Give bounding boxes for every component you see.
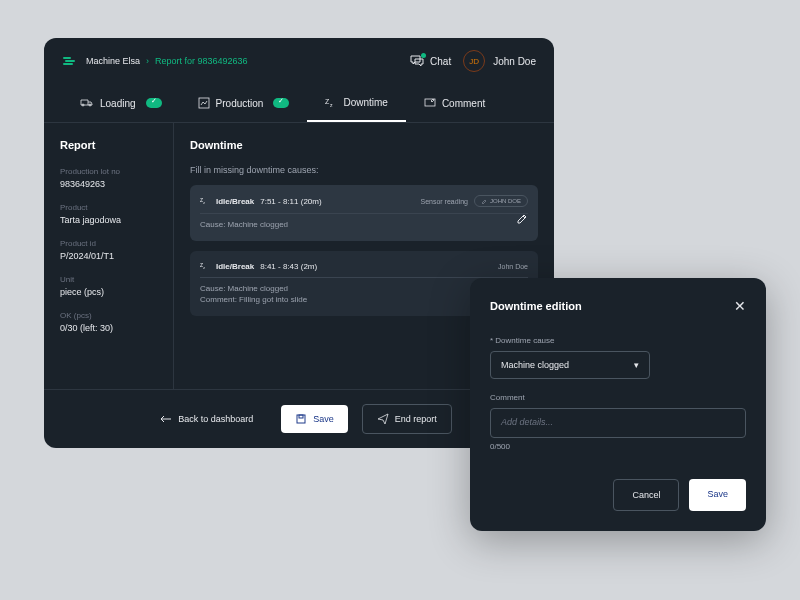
cause-label: * Downtime cause: [490, 336, 746, 345]
header-left: Machine Elsa › Report for 9836492636: [62, 54, 248, 68]
cause-select[interactable]: Machine clogged ▾: [490, 351, 650, 379]
card-header: Zz Idle/Break 7:51 - 8:11 (20m) Sensor r…: [200, 195, 528, 214]
chevron-down-icon: ▾: [634, 360, 639, 370]
card-user: John Doe: [498, 263, 528, 270]
sleep-icon: Zz: [200, 196, 210, 206]
downtime-card[interactable]: Zz Idle/Break 7:51 - 8:11 (20m) Sensor r…: [190, 185, 538, 241]
close-icon[interactable]: ✕: [734, 298, 746, 314]
user-button[interactable]: JD John Doe: [463, 50, 536, 72]
header: Machine Elsa › Report for 9836492636 Cha…: [44, 38, 554, 84]
svg-text:z: z: [330, 102, 333, 108]
chart-icon: [198, 97, 210, 109]
section-subtitle: Fill in missing downtime causes:: [190, 165, 538, 175]
save-button[interactable]: Save: [281, 405, 348, 433]
modal-title: Downtime edition: [490, 300, 582, 312]
pencil-icon: [481, 198, 487, 204]
card-header: Zz Idle/Break 8:41 - 8:43 (2m) John Doe: [200, 261, 528, 278]
chevron-right-icon: ›: [146, 56, 149, 66]
char-count: 0/500: [490, 442, 746, 451]
breadcrumb-report[interactable]: Report for 9836492636: [155, 56, 248, 66]
sensor-reading: Sensor reading: [421, 198, 468, 205]
modal-save-button[interactable]: Save: [689, 479, 746, 511]
back-button[interactable]: Back to dashboard: [146, 406, 267, 432]
chat-button[interactable]: Chat: [410, 55, 451, 67]
sidebar-title: Report: [60, 139, 157, 151]
field-product-id: Product id P/2024/01/T1: [60, 239, 157, 261]
user-tag: JOHN DOE: [474, 195, 528, 207]
save-icon: [295, 413, 307, 425]
svg-rect-8: [297, 415, 305, 423]
logo-icon: [62, 54, 76, 68]
comment-label: Comment: [490, 393, 746, 402]
user-name: John Doe: [493, 56, 536, 67]
section-title: Downtime: [190, 139, 538, 151]
tab-downtime[interactable]: Zz Downtime: [307, 84, 405, 122]
truck-icon: [80, 97, 94, 109]
modal-downtime-edition: Downtime edition ✕ * Downtime cause Mach…: [470, 278, 766, 531]
modal-header: Downtime edition ✕: [490, 298, 746, 314]
breadcrumb: Machine Elsa › Report for 9836492636: [86, 56, 248, 66]
tab-loading[interactable]: Loading: [62, 84, 180, 122]
field-unit: Unit piece (pcs): [60, 275, 157, 297]
sleep-icon: Zz: [200, 261, 210, 271]
field-product: Product Tarta jagodowa: [60, 203, 157, 225]
field-lot: Production lot no 983649263: [60, 167, 157, 189]
avatar: JD: [463, 50, 485, 72]
send-icon: [377, 413, 389, 425]
edit-icon[interactable]: [516, 213, 528, 225]
cancel-button[interactable]: Cancel: [613, 479, 679, 511]
tab-production[interactable]: Production: [180, 84, 308, 122]
arrow-left-icon: [160, 415, 172, 423]
sidebar: Report Production lot no 983649263 Produ…: [44, 123, 174, 389]
check-icon: [273, 98, 289, 108]
card-cause: Cause: Machine clogged: [200, 220, 528, 229]
field-cause: * Downtime cause Machine clogged ▾: [490, 336, 746, 379]
chat-label: Chat: [430, 56, 451, 67]
modal-footer: Cancel Save: [490, 479, 746, 511]
field-ok: OK (pcs) 0/30 (left: 30): [60, 311, 157, 333]
header-right: Chat JD John Doe: [410, 50, 536, 72]
svg-text:z: z: [203, 201, 205, 205]
check-icon: [146, 98, 162, 108]
breadcrumb-machine[interactable]: Machine Elsa: [86, 56, 140, 66]
comment-input[interactable]: Add details...: [490, 408, 746, 438]
sleep-icon: Zz: [325, 96, 337, 108]
tabs: Loading Production Zz Downtime Comment: [44, 84, 554, 123]
chat-icon: [410, 55, 424, 67]
svg-text:z: z: [203, 266, 205, 270]
tab-comment[interactable]: Comment: [406, 84, 503, 122]
field-comment: Comment Add details... 0/500: [490, 393, 746, 451]
svg-rect-9: [299, 415, 303, 418]
end-button[interactable]: End report: [362, 404, 452, 434]
comment-icon: [424, 97, 436, 109]
